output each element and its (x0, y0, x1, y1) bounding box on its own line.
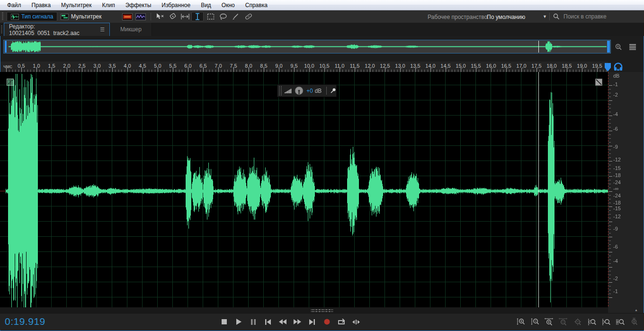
waveform-canvas[interactable] (0, 72, 608, 307)
tabbar-grip[interactable] (1, 26, 2, 33)
spectrogram-icon (122, 13, 133, 20)
zoom-in-horizontal-button[interactable] (542, 316, 556, 327)
waveform-view-button[interactable]: Тип сигнала (7, 12, 57, 21)
lasso-tool-icon (219, 13, 227, 20)
db-scale-label: -24 (613, 193, 632, 198)
menu-item-7[interactable]: Окно (216, 0, 240, 10)
overview-right-handle[interactable] (607, 41, 610, 53)
go-to-end-button[interactable] (305, 316, 319, 327)
panel-menu-icon[interactable]: ☰ (100, 27, 105, 33)
pitch-display-icon (135, 13, 146, 20)
time-display[interactable]: 0:19.919 (5, 316, 45, 327)
record-button[interactable] (320, 316, 334, 327)
hud-grip[interactable] (279, 86, 282, 95)
tab-editor-label: Редактор: 10021405_0051_track2.aac (9, 23, 100, 36)
db-scale-label: -24 (613, 179, 632, 185)
menu-item-3[interactable]: Клип (97, 0, 120, 10)
healing-brush-tool-button[interactable] (242, 12, 255, 21)
navigator-zoom-icon (615, 43, 623, 51)
db-scale-label: -15 (613, 206, 632, 211)
menu-item-0[interactable]: Файл (2, 0, 27, 10)
db-scale-label: -∞ (613, 186, 632, 191)
toolbar: Тип сигнала Мультитрек (0, 10, 644, 23)
pin-hud-icon[interactable] (330, 88, 336, 94)
waveform-display[interactable]: +0 dB (0, 72, 608, 307)
go-to-start-button[interactable] (261, 316, 275, 327)
db-scale-label: -12 (613, 157, 632, 162)
razor-tool-button[interactable] (167, 12, 179, 21)
headphones-icon[interactable] (613, 62, 623, 72)
gain-knob[interactable] (295, 86, 304, 95)
tab-editor[interactable]: Редактор: 10021405_0051_track2.aac ☰ (4, 23, 110, 36)
zoom-out-point-button[interactable] (599, 316, 613, 327)
workspace-dropdown-arrow-icon[interactable]: ▼ (543, 14, 547, 19)
ibeam-tool-icon (195, 13, 200, 20)
zoom-in-point-button[interactable] (585, 316, 599, 327)
healing-brush-icon (244, 13, 253, 20)
amplitude-scale[interactable]: dB-1-2-4-6-9-12-15-18-24-∞-24-18-15-12-9… (608, 72, 644, 307)
menu-item-1[interactable]: Правка (27, 0, 56, 10)
brush-tool-button[interactable] (229, 12, 242, 21)
overview-waveform[interactable] (4, 40, 610, 53)
menu-item-6[interactable]: Вид (196, 0, 216, 10)
zoom-reset-button[interactable] (571, 316, 584, 327)
multitrack-view-button[interactable]: Мультитрек (57, 12, 105, 21)
toolbar-separator (151, 13, 151, 20)
toolbar-grip[interactable] (2, 12, 3, 21)
loop-playback-button[interactable] (334, 316, 349, 327)
move-tool-button[interactable] (153, 12, 166, 21)
stop-button[interactable] (217, 316, 231, 327)
panel-tab-bar: Редактор: 10021405_0051_track2.aac ☰ Мик… (0, 23, 644, 36)
transport-controls (217, 316, 363, 327)
menu-item-4[interactable]: Эффекты (120, 0, 157, 10)
help-search-field[interactable]: Поиск в справке (553, 12, 638, 21)
time-selection-tool-button[interactable] (179, 12, 191, 21)
menu-bar: ФайлПравкаМультитрекКлипЭффектыИзбранное… (0, 0, 644, 10)
workspace-label: Рабочее пространство: (428, 14, 489, 20)
status-transport-bar: 0:19.919 (0, 313, 644, 330)
rewind-button[interactable] (276, 316, 290, 327)
gain-unit-label: dB (315, 88, 322, 94)
fast-forward-button[interactable] (290, 316, 304, 327)
volume-bars-icon (285, 88, 293, 94)
lasso-tool-button[interactable] (217, 12, 229, 21)
scrollbar-grip[interactable] (311, 309, 333, 312)
pitch-display-button[interactable] (134, 12, 147, 21)
menu-item-2[interactable]: Мультитрек (56, 0, 97, 10)
ibeam-tool-button[interactable] (191, 12, 204, 21)
gain-hud[interactable]: +0 dB (277, 84, 337, 97)
tab-mixer[interactable]: Микшер (110, 23, 152, 36)
overview-left-handle[interactable] (5, 41, 7, 53)
db-scale-label: -12 (613, 214, 632, 219)
fade-in-handle[interactable] (7, 79, 14, 86)
timeline-ruler[interactable]: чмс 0,51,01,52,02,53,03,54,04,55,05,56,0… (0, 62, 608, 72)
zoom-full-vertical-button[interactable] (627, 316, 641, 327)
zoom-selection-button[interactable] (613, 316, 627, 327)
overview-navigator[interactable] (3, 40, 611, 54)
fade-out-handle[interactable] (595, 79, 602, 86)
navigator-menu-button[interactable] (627, 42, 638, 52)
zoom-controls (514, 316, 641, 327)
zoom-in-vertical-button[interactable] (514, 316, 528, 327)
marquee-tool-icon (207, 13, 215, 20)
help-search-placeholder: Поиск в справке (564, 13, 607, 20)
navigator-zoom-button[interactable] (613, 42, 624, 52)
zoom-out-horizontal-button[interactable] (556, 316, 570, 327)
scroll-up-icon[interactable]: ▲ (635, 308, 638, 312)
db-scale-label: -4 (613, 258, 632, 264)
spectrogram-display-button[interactable] (121, 12, 134, 21)
pause-button[interactable] (246, 316, 260, 327)
horizontal-scrollbar[interactable] (0, 307, 608, 313)
time-selection-icon (180, 13, 190, 20)
skip-selection-button[interactable] (349, 316, 363, 327)
multitrack-view-label: Мультитрек (71, 13, 101, 20)
db-scale-label: -18 (613, 172, 632, 178)
workspace-select[interactable]: По умолчанию (487, 14, 525, 20)
menu-item-5[interactable]: Избранное (156, 0, 196, 10)
menu-item-8[interactable]: Справка (240, 0, 273, 10)
gain-value[interactable]: +0 (306, 88, 313, 94)
marquee-tool-button[interactable] (205, 12, 217, 21)
waveform-view-label: Тип сигнала (21, 13, 53, 20)
play-button[interactable] (232, 316, 246, 327)
zoom-out-vertical-button[interactable] (528, 316, 542, 327)
